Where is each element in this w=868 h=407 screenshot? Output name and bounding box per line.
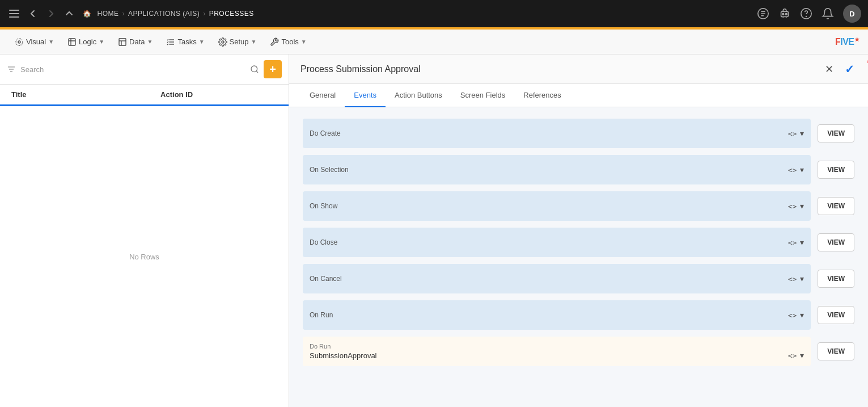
tab-references[interactable]: References [514, 84, 570, 107]
confirm-button[interactable]: ✓ [842, 60, 857, 78]
bell-icon[interactable] [822, 7, 834, 20]
hamburger-menu-icon[interactable] [7, 7, 22, 20]
code-icon-on-cancel[interactable]: <> [788, 275, 797, 283]
five-logo-toolbar: FIVE★ [835, 36, 859, 47]
top-nav-right: D [757, 5, 861, 23]
tasks-menu[interactable]: Tasks ▼ [160, 34, 210, 50]
on-run-label: On Run [310, 311, 333, 319]
event-field-on-run: On Run <> ▾ [303, 300, 811, 330]
svg-point-6 [785, 14, 787, 15]
event-row-on-selection: On Selection <> ▾ VIEW [303, 155, 854, 184]
tasks-chevron: ▼ [199, 39, 205, 45]
panel-header: Process Submission Approval ✕ ✓ ↑ [289, 54, 868, 84]
event-field-on-cancel: On Cancel <> ▾ [303, 264, 811, 293]
svg-point-21 [251, 66, 257, 72]
forward-icon[interactable] [44, 7, 58, 20]
data-label: Data [129, 37, 145, 46]
up-icon[interactable] [62, 7, 76, 20]
view-btn-on-selection[interactable]: VIEW [818, 161, 854, 179]
code-icon-on-selection[interactable]: <> [788, 166, 797, 174]
tools-label: Tools [281, 37, 298, 46]
chevron-down-icon-on-cancel[interactable]: ▾ [800, 274, 804, 283]
code-icon-on-run[interactable]: <> [788, 311, 797, 320]
code-icon-do-create[interactable]: <> [788, 129, 797, 138]
do-run-value: SubmissionApproval [310, 351, 377, 360]
back-icon[interactable] [26, 7, 40, 20]
event-field-do-create: Do Create <> ▾ [303, 119, 811, 148]
code-icon-do-close[interactable]: <> [788, 238, 797, 247]
chevron-down-icon-do-run[interactable]: ▾ [800, 351, 804, 360]
chevron-down-icon-do-close[interactable]: ▾ [800, 238, 804, 247]
svg-rect-11 [119, 39, 126, 45]
chevron-down-icon-on-selection[interactable]: ▾ [800, 165, 804, 174]
visual-label: Visual [26, 37, 46, 46]
code-icon-on-show[interactable]: <> [788, 202, 797, 211]
check-btn-container: ✓ ↑ [842, 60, 857, 78]
svg-point-9 [18, 41, 20, 43]
on-show-icons: <> ▾ [788, 202, 805, 211]
svg-point-17 [222, 41, 224, 43]
code-icon-do-run[interactable]: <> [788, 351, 797, 360]
view-btn-do-create[interactable]: VIEW [818, 124, 854, 142]
visual-menu[interactable]: Visual ▼ [9, 34, 60, 50]
event-row-do-close: Do Close <> ▾ VIEW [303, 228, 854, 257]
chevron-down-icon-do-create[interactable]: ▾ [800, 129, 804, 138]
svg-rect-2 [9, 16, 19, 18]
data-menu[interactable]: Data ▼ [112, 34, 158, 50]
tabs-bar: General Events Action Buttons Screen Fie… [289, 84, 868, 107]
event-field-on-selection: On Selection <> ▾ [303, 155, 811, 184]
breadcrumb-apps[interactable]: APPLICATIONS (AIS) [128, 10, 200, 18]
visual-chevron: ▼ [48, 39, 54, 45]
view-btn-do-run[interactable]: VIEW [818, 342, 854, 360]
chat-icon[interactable] [757, 7, 769, 20]
logic-chevron: ▼ [99, 39, 104, 45]
tools-chevron: ▼ [301, 39, 307, 45]
sidebar-column-headers: Title Action ID [0, 85, 289, 106]
filter-icon [7, 65, 16, 74]
tasks-label: Tasks [177, 37, 196, 46]
view-btn-on-cancel[interactable]: VIEW [818, 270, 854, 288]
svg-point-8 [806, 16, 807, 17]
main-toolbar: Visual ▼ Logic ▼ Data ▼ Tasks ▼ [0, 30, 868, 54]
help-icon[interactable] [800, 7, 812, 20]
search-input[interactable] [20, 65, 245, 74]
add-button[interactable]: + [264, 60, 282, 78]
sidebar: + Title Action ID No Rows [0, 54, 289, 407]
breadcrumb: 🏠 HOME › APPLICATIONS (AIS) › PROCESSES [81, 7, 254, 20]
content-panel: Process Submission Approval ✕ ✓ ↑ Genera… [289, 54, 868, 407]
chevron-down-icon-on-run[interactable]: ▾ [800, 311, 804, 320]
on-selection-icons: <> ▾ [788, 165, 805, 174]
view-btn-on-run[interactable]: VIEW [818, 306, 854, 324]
do-create-icons: <> ▾ [788, 129, 805, 138]
do-create-label: Do Create [310, 129, 341, 137]
search-icon[interactable] [250, 65, 259, 74]
close-button[interactable]: ✕ [823, 61, 836, 78]
tab-events[interactable]: Events [345, 84, 386, 107]
logic-menu[interactable]: Logic ▼ [62, 34, 110, 50]
breadcrumb-home[interactable]: HOME [98, 10, 119, 18]
no-rows-message: No Rows [0, 106, 289, 407]
svg-rect-0 [9, 10, 19, 11]
setup-label: Setup [230, 37, 249, 46]
tools-menu[interactable]: Tools ▼ [264, 34, 312, 50]
breadcrumb-processes[interactable]: PROCESSES [209, 10, 254, 18]
robot-icon[interactable] [778, 7, 791, 20]
action-id-column-header: Action ID [156, 85, 282, 104]
on-run-icons: <> ▾ [788, 311, 805, 320]
on-show-label: On Show [310, 202, 337, 210]
tab-action-buttons[interactable]: Action Buttons [386, 84, 451, 107]
title-column-header: Title [7, 85, 156, 104]
event-row-do-create: Do Create <> ▾ VIEW [303, 119, 854, 148]
view-btn-on-show[interactable]: VIEW [818, 197, 854, 215]
panel-header-actions: ✕ ✓ ↑ [823, 60, 857, 78]
event-row-do-run: Do Run SubmissionApproval <> ▾ VIEW [303, 337, 854, 366]
view-btn-do-close[interactable]: VIEW [818, 233, 854, 251]
do-run-label: Do Run [310, 343, 331, 350]
main-layout: + Title Action ID No Rows Process Submis… [0, 54, 868, 407]
avatar[interactable]: D [843, 5, 861, 23]
tab-screen-fields[interactable]: Screen Fields [451, 84, 514, 107]
panel-title: Process Submission Approval [300, 64, 823, 74]
setup-menu[interactable]: Setup ▼ [213, 34, 262, 50]
tab-general[interactable]: General [300, 84, 345, 107]
chevron-down-icon-on-show[interactable]: ▾ [800, 202, 804, 211]
